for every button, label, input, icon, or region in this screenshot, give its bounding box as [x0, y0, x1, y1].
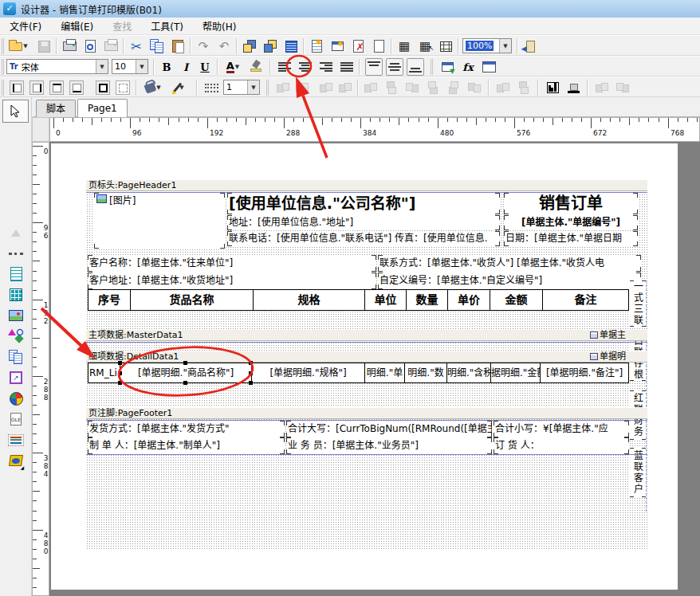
- salesman-field[interactable]: 业 务 员：[单据主体."业务员"]: [286, 437, 492, 454]
- subreport-tool-button[interactable]: ↗: [6, 368, 26, 387]
- zoom-select[interactable]: 100% ▼: [462, 38, 512, 53]
- picture-tool-button[interactable]: [6, 306, 26, 325]
- send-to-back-button[interactable]: [262, 37, 279, 55]
- print-preview-button[interactable]: [81, 37, 99, 55]
- menu-file[interactable]: 文件(F): [0, 17, 51, 35]
- chevron-down-icon[interactable]: ▼: [96, 60, 108, 73]
- italic-button[interactable]: I: [177, 58, 195, 76]
- customer-name-field[interactable]: 客户名称：[单据主体."往来单位"]: [88, 255, 376, 272]
- table-header-cell[interactable]: 单价: [447, 289, 490, 311]
- custom-number-field[interactable]: 自定义编号：[单据主体."自定义编号"]: [378, 273, 641, 289]
- selection-handle[interactable]: [249, 361, 253, 365]
- align-text-bottom-button[interactable]: [564, 79, 582, 96]
- data-window-button[interactable]: ▼: [438, 58, 456, 76]
- detail-cell-price[interactable]: 明细."含税: [446, 363, 491, 383]
- align-center-button[interactable]: [297, 58, 314, 76]
- fill-color-button[interactable]: ▼: [142, 79, 164, 96]
- detail-cell-unit[interactable]: 明细."单: [364, 363, 405, 383]
- order-title-label[interactable]: 销售订单: [504, 193, 638, 214]
- exit-button[interactable]: ◀: [521, 37, 539, 55]
- designer-extra-tool-button[interactable]: ◢: [6, 451, 26, 470]
- label-tool-button[interactable]: [6, 265, 26, 284]
- band-page-footer[interactable]: 页注脚:PageFooter1: [86, 407, 647, 419]
- toolbar-grip[interactable]: [2, 80, 5, 96]
- cut-button[interactable]: ✂: [128, 37, 145, 55]
- orderer-field[interactable]: 订 货 人：: [494, 437, 629, 454]
- line-width-select[interactable]: 1 ▼: [223, 80, 260, 95]
- valign-bottom-button[interactable]: [407, 58, 424, 76]
- align-justify-button[interactable]: [338, 58, 356, 76]
- tab-page1[interactable]: Page1: [77, 99, 128, 117]
- font-color-button[interactable]: A▼: [222, 58, 244, 76]
- highlight-button[interactable]: [247, 58, 265, 76]
- total-in-figures-field[interactable]: 合计小写：¥[单据主体."应: [494, 421, 629, 437]
- memo-tool-button[interactable]: [6, 430, 26, 449]
- toolbar-grip[interactable]: [266, 80, 269, 96]
- chevron-down-icon[interactable]: ▼: [247, 80, 259, 94]
- detail-cell-lineno[interactable]: RM_Li: [88, 363, 120, 383]
- chart-tool-button[interactable]: [6, 389, 26, 408]
- detail-cell-spec[interactable]: [单据明细."规格"]: [251, 363, 365, 383]
- ole-tool-button[interactable]: OLE: [6, 410, 26, 429]
- line-color-button[interactable]: ▼: [169, 79, 191, 96]
- selection-handle[interactable]: [118, 381, 122, 385]
- maker-field[interactable]: 制 单 人：[单据主体."制单人"]: [88, 437, 285, 454]
- size-to-grid-button[interactable]: [544, 79, 561, 96]
- system-field-tool-button[interactable]: [6, 285, 26, 304]
- total-in-words-field[interactable]: 合计大写：[CurrToBigNum([RMRound([单据主体.": [286, 421, 492, 437]
- border-bottom-button[interactable]: [68, 79, 85, 96]
- table-header-cell[interactable]: 金额: [490, 289, 543, 311]
- detail-cell-amount[interactable]: 据明细."金额: [490, 363, 541, 383]
- align-right-button[interactable]: [317, 58, 335, 76]
- border-all-button[interactable]: [94, 79, 112, 96]
- paste-button[interactable]: [169, 37, 187, 55]
- bold-button[interactable]: B: [158, 58, 175, 76]
- band-detail-data[interactable]: 细项数据:DetailData1: [86, 351, 647, 363]
- menu-edit[interactable]: 编辑(E): [51, 17, 103, 35]
- menu-tools[interactable]: 工具(T): [141, 17, 193, 35]
- detail-cell-remark[interactable]: [单据明细."备注"]: [540, 363, 629, 383]
- tab-script[interactable]: 脚本: [36, 100, 76, 117]
- copies-label[interactable]: 一式三联: [630, 280, 646, 327]
- snap-to-grid-button[interactable]: ▦↖: [416, 37, 434, 55]
- table-header-cell[interactable]: 货品名称: [130, 289, 254, 311]
- chevron-down-icon[interactable]: ▼: [136, 60, 147, 73]
- print-button[interactable]: [61, 37, 78, 55]
- show-grid-button[interactable]: ▦: [395, 37, 413, 55]
- selection-handle[interactable]: [118, 371, 122, 375]
- valign-top-button[interactable]: [365, 58, 383, 76]
- toolbar-grip[interactable]: [2, 59, 5, 75]
- customer-address-field[interactable]: 客户地址：[单据主体."收货地址"]: [88, 273, 376, 289]
- align-left-button[interactable]: [276, 58, 293, 76]
- chevron-down-icon[interactable]: ▼: [499, 39, 511, 53]
- toolbar-grip[interactable]: [431, 59, 434, 75]
- copies-label[interactable]: 蓝联客户: [630, 448, 646, 497]
- toolbar-grip[interactable]: [2, 38, 5, 54]
- copy-button[interactable]: [148, 37, 166, 55]
- line-style-button[interactable]: [203, 79, 220, 96]
- shape-tool-button[interactable]: [6, 327, 26, 346]
- valign-middle-button[interactable]: [386, 58, 403, 76]
- properties-list-button[interactable]: [282, 37, 300, 55]
- picture-element[interactable]: [图片]: [94, 193, 225, 249]
- table-header-cell[interactable]: 序号: [88, 289, 131, 311]
- selection-handle[interactable]: [118, 361, 122, 365]
- band-page-header[interactable]: 页标头:PageHeader1: [86, 179, 647, 191]
- bring-to-front-button[interactable]: [241, 37, 258, 55]
- order-number-field[interactable]: [单据主体."单据编号"]: [504, 215, 638, 230]
- selection-handle[interactable]: [249, 371, 253, 375]
- address-field[interactable]: 地址：[使用单位信息."地址"]: [227, 215, 500, 230]
- contact-field[interactable]: 联系方式：[单据主体."收货人"] [单据主体."收货人电: [378, 255, 641, 272]
- delete-page-button[interactable]: ✗: [349, 37, 367, 55]
- border-left-button[interactable]: [8, 79, 26, 96]
- table-header-cell[interactable]: 规格: [253, 289, 365, 311]
- menu-help[interactable]: 帮助(H): [193, 17, 246, 35]
- detail-cell-qty[interactable]: 明细."数: [404, 363, 447, 383]
- open-button[interactable]: ▼: [6, 37, 30, 55]
- table-header-cell[interactable]: 备注: [542, 289, 629, 311]
- select-tool-button[interactable]: [2, 100, 29, 123]
- richtext-tool-button[interactable]: [6, 347, 26, 367]
- font-size-select[interactable]: 10 ▼: [112, 59, 148, 74]
- table-header-cell[interactable]: 单位: [364, 289, 407, 311]
- order-date-field[interactable]: 日期：[单据主体."单据日期: [504, 231, 638, 246]
